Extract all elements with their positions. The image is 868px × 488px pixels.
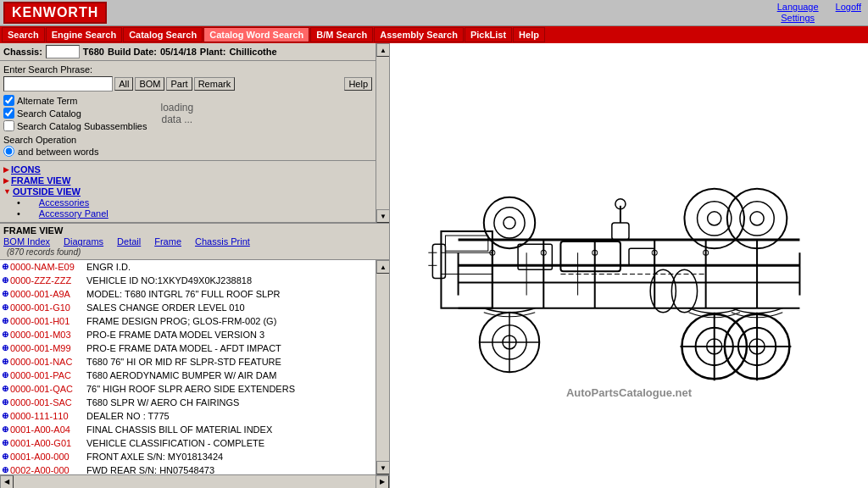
table-row[interactable]: ⊕ 0000-001-H01 FRAME DESIGN PROG; GLOS-F…	[0, 314, 376, 328]
row-expand-icon[interactable]: ⊕	[2, 314, 8, 328]
bom-button[interactable]: BOM	[135, 77, 164, 91]
language-settings-link[interactable]: Language Settings	[777, 2, 819, 24]
part-number[interactable]: 0002-A00-000	[10, 463, 86, 474]
table-row[interactable]: ⊕ 0000-001-SAC T680 SLPR W/ AERO CH FAIR…	[0, 396, 376, 409]
table-row[interactable]: ⊕ 0000-001-G10 SALES CHANGE ORDER LEVEL …	[0, 301, 376, 314]
accessories-bullet: •	[17, 197, 20, 208]
table-row[interactable]: ⊕ 0000-111-110 DEALER NO : T775	[0, 409, 376, 423]
detail-link[interactable]: Detail	[117, 236, 141, 247]
nav-catalog-word-search[interactable]: Catalog Word Search	[203, 27, 309, 42]
icons-nav-item[interactable]: ICONS	[11, 164, 41, 175]
nav-bm-search[interactable]: B/M Search	[310, 27, 373, 42]
row-expand-icon[interactable]: ⊕	[2, 274, 8, 287]
row-expand-icon[interactable]: ⊕	[2, 463, 8, 474]
part-number[interactable]: 0001-A00-000	[10, 450, 86, 463]
scroll-up-button[interactable]: ▲	[376, 43, 389, 57]
part-number[interactable]: 0000-001-NAC	[10, 355, 86, 369]
scroll-right-button[interactable]: ▶	[376, 475, 389, 489]
main-content: Chassis: T680 Build Date: 05/14/18 Plant…	[0, 43, 868, 488]
part-number[interactable]: 0000-111-110	[10, 409, 86, 423]
all-button[interactable]: All	[114, 77, 133, 91]
part-description: VEHICLE ID NO:1XKYD49X0KJ238818	[86, 274, 252, 287]
part-description: PRO-E FRAME DATA MODEL - AFDT IMPACT	[86, 341, 281, 355]
left-top-section: Chassis: T680 Build Date: 05/14/18 Plant…	[0, 43, 389, 224]
row-expand-icon[interactable]: ⊕	[2, 301, 8, 314]
part-number[interactable]: 0000-001-SAC	[10, 396, 86, 409]
table-row[interactable]: ⊕ 0000-001-A9A MODEL: T680 INTGRL 76" FU…	[0, 287, 376, 301]
search-subassemblies-checkbox[interactable]	[3, 120, 14, 131]
row-expand-icon[interactable]: ⊕	[2, 341, 8, 355]
nav-catalog-search[interactable]: Catalog Search	[123, 27, 203, 42]
frame-view-expand-icon[interactable]: ▶	[3, 176, 9, 185]
nav-picklist[interactable]: PickList	[465, 27, 512, 42]
remark-button[interactable]: Remark	[194, 77, 236, 91]
row-expand-icon[interactable]: ⊕	[2, 328, 8, 341]
table-row[interactable]: ⊕ 0000-NAM-E09 ENGR I.D.	[0, 260, 376, 274]
table-row[interactable]: ⊕ 0000-ZZZ-ZZZ VEHICLE ID NO:1XKYD49X0KJ…	[0, 274, 376, 287]
table-row[interactable]: ⊕ 0001-A00-000 FRONT AXLE S/N: MY0181342…	[0, 450, 376, 463]
table-scroll-up[interactable]: ▲	[376, 260, 389, 274]
chassis-input[interactable]	[46, 45, 80, 58]
icons-expand-icon[interactable]: ▶	[3, 165, 9, 174]
table-row[interactable]: ⊕ 0001-A00-A04 FINAL CHASSIS BILL OF MAT…	[0, 423, 376, 436]
part-number[interactable]: 0000-001-G10	[10, 301, 86, 314]
part-number[interactable]: 0000-001-M03	[10, 328, 86, 341]
row-expand-icon[interactable]: ⊕	[2, 287, 8, 301]
table-scroll-down[interactable]: ▼	[376, 461, 389, 474]
frame-view-header: FRAME VIEW BOM Index Diagrams Detail Fra…	[0, 224, 389, 260]
accessories-sub-item[interactable]: Accessories	[39, 197, 89, 208]
bom-index-link[interactable]: BOM Index	[3, 236, 50, 247]
row-expand-icon[interactable]: ⊕	[2, 260, 8, 274]
row-expand-icon[interactable]: ⊕	[2, 369, 8, 382]
part-number[interactable]: 0001-A00-G01	[10, 436, 86, 450]
loading-indicator: loading data ...	[157, 95, 197, 131]
table-row[interactable]: ⊕ 0000-001-M99 PRO-E FRAME DATA MODEL - …	[0, 341, 376, 355]
logoff-button[interactable]: Logoff	[836, 2, 861, 12]
chassis-bar: Chassis: T680 Build Date: 05/14/18 Plant…	[0, 43, 376, 61]
accessory-panel-sub-item[interactable]: Accessory Panel	[39, 208, 108, 219]
frame-link[interactable]: Frame	[154, 236, 181, 247]
table-row[interactable]: ⊕ 0001-A00-G01 VEHICLE CLASSIFICATION - …	[0, 436, 376, 450]
outside-view-expand-icon[interactable]: ▼	[3, 187, 11, 196]
part-number[interactable]: 0000-001-H01	[10, 314, 86, 328]
nav-search[interactable]: Search	[2, 27, 45, 42]
chassis-print-link[interactable]: Chassis Print	[195, 236, 250, 247]
help-button[interactable]: Help	[344, 77, 372, 91]
scroll-left-button[interactable]: ◀	[0, 475, 14, 489]
row-expand-icon[interactable]: ⊕	[2, 436, 8, 450]
outside-view-nav-item[interactable]: OUTSIDE VIEW	[13, 186, 81, 197]
nav-help[interactable]: Help	[513, 27, 545, 42]
alternate-term-checkbox[interactable]	[3, 95, 14, 106]
table-row[interactable]: ⊕ 0000-001-NAC T680 76" HI OR MID RF SLP…	[0, 355, 376, 369]
table-row[interactable]: ⊕ 0000-001-QAC 76" HIGH ROOF SLPR AERO S…	[0, 382, 376, 396]
nav-engine-search[interactable]: Engine Search	[46, 27, 122, 42]
search-operation-radio[interactable]	[3, 146, 14, 157]
settings-label: Settings	[777, 13, 819, 24]
part-number[interactable]: 0000-001-QAC	[10, 382, 86, 396]
scroll-down-button[interactable]: ▼	[376, 209, 389, 223]
part-button[interactable]: Part	[166, 77, 192, 91]
part-description: PRO-E FRAME DATA MODEL VERSION 3	[86, 328, 264, 341]
table-row[interactable]: ⊕ 0002-A00-000 FWD REAR S/N: HN07548473	[0, 463, 376, 474]
search-catalog-checkbox[interactable]	[3, 108, 14, 119]
table-row[interactable]: ⊕ 0000-001-M03 PRO-E FRAME DATA MODEL VE…	[0, 328, 376, 341]
search-input[interactable]	[3, 76, 113, 92]
row-expand-icon[interactable]: ⊕	[2, 423, 8, 436]
diagrams-link[interactable]: Diagrams	[64, 236, 103, 247]
part-number[interactable]: 0000-001-PAC	[10, 369, 86, 382]
row-expand-icon[interactable]: ⊕	[2, 409, 8, 423]
part-number[interactable]: 0000-ZZZ-ZZZ	[10, 274, 86, 287]
nav-assembly-search[interactable]: Assembly Search	[374, 27, 464, 42]
row-expand-icon[interactable]: ⊕	[2, 355, 8, 369]
table-row[interactable]: ⊕ 0000-001-PAC T680 AERODYNAMIC BUMPER W…	[0, 369, 376, 382]
plant-label: Plant:	[200, 47, 226, 57]
part-number[interactable]: 0001-A00-A04	[10, 423, 86, 436]
frame-view-section: FRAME VIEW BOM Index Diagrams Detail Fra…	[0, 224, 389, 488]
row-expand-icon[interactable]: ⊕	[2, 450, 8, 463]
row-expand-icon[interactable]: ⊕	[2, 382, 8, 396]
row-expand-icon[interactable]: ⊕	[2, 396, 8, 409]
part-number[interactable]: 0000-NAM-E09	[10, 260, 86, 274]
part-number[interactable]: 0000-001-M99	[10, 341, 86, 355]
frame-view-nav-item[interactable]: FRAME VIEW	[11, 175, 70, 186]
part-number[interactable]: 0000-001-A9A	[10, 287, 86, 301]
